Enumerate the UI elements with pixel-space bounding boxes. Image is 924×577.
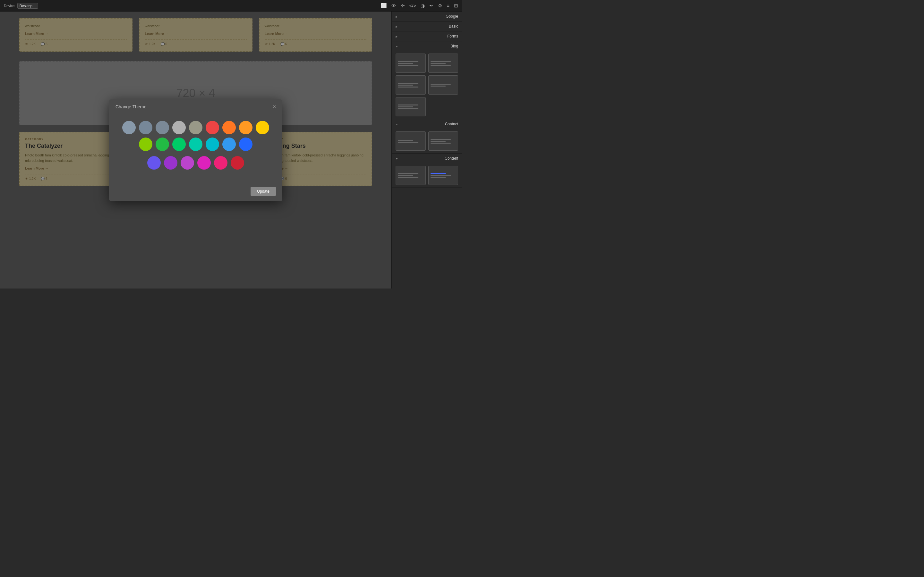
color-swatches-row-1: [115, 121, 276, 151]
apps-icon[interactable]: ⊞: [454, 3, 458, 9]
contact-thumbnails: [392, 129, 462, 153]
thumb-line: [431, 61, 451, 62]
color-swatch-blue[interactable]: [239, 137, 252, 151]
blog-thumb-2[interactable]: [428, 53, 459, 73]
thumb-line: [398, 173, 418, 174]
sidebar-section-blog-header[interactable]: Blog: [392, 41, 462, 51]
contact-thumb-2[interactable]: [428, 131, 459, 151]
content-thumb-1[interactable]: [396, 166, 426, 185]
thumb-line: [398, 142, 418, 143]
color-swatch-red[interactable]: [206, 121, 219, 134]
toolbar: Device Desktop Tablet Mobile ⬜ 👁 ✛ </> ◑…: [0, 0, 462, 11]
color-swatch-indigo[interactable]: [147, 156, 161, 169]
contact-thumb-1[interactable]: [396, 131, 426, 151]
sidebar-section-google-header[interactable]: Google: [392, 11, 462, 21]
thumb-line: [398, 175, 413, 176]
color-swatch-gray-blue[interactable]: [156, 121, 169, 134]
blog-thumb-1[interactable]: [396, 53, 426, 73]
color-swatch-teal[interactable]: [189, 137, 202, 151]
sidebar-section-contact: Contact: [392, 119, 462, 153]
device-label: Device: [4, 4, 15, 8]
eye-icon[interactable]: 👁: [391, 3, 396, 8]
modal-header: Change Theme ×: [109, 99, 282, 113]
grid-icon[interactable]: ✛: [401, 3, 405, 9]
color-swatch-violet[interactable]: [181, 156, 194, 169]
menu-icon[interactable]: ≡: [447, 3, 449, 8]
color-swatch-magenta[interactable]: [197, 156, 211, 169]
thumb-line: [398, 140, 413, 141]
thumb-line: [431, 65, 451, 66]
blog-thumb-4[interactable]: [428, 75, 459, 95]
content-thumb-2[interactable]: [428, 166, 459, 185]
color-swatch-sky[interactable]: [222, 137, 236, 151]
color-swatch-purple[interactable]: [164, 156, 178, 169]
thumb-line: [398, 177, 418, 178]
sidebar-section-content-header[interactable]: Content: [392, 153, 462, 163]
pen-icon[interactable]: ✒: [429, 3, 433, 9]
thumb-line: [431, 141, 446, 142]
blog-arrow-icon: [396, 45, 398, 48]
device-select[interactable]: Desktop Tablet Mobile: [17, 3, 38, 9]
sidebar-section-blog: Blog: [392, 41, 462, 119]
forms-arrow-icon: [396, 35, 397, 38]
blog-thumb-3[interactable]: [396, 75, 426, 95]
thumb-line: [431, 85, 446, 87]
color-swatches-row-2: [115, 156, 276, 169]
main-layout: waistcoat. Learn More → 👁 1.2K 💬 6 waist…: [0, 11, 462, 288]
basic-label: Basic: [449, 24, 458, 29]
thumb-line: [431, 143, 451, 143]
contrast-icon[interactable]: ◑: [421, 3, 425, 9]
thumb-line: [398, 65, 418, 66]
content-thumbnails: [392, 163, 462, 187]
color-swatch-blue-medium[interactable]: [139, 121, 152, 134]
google-arrow-icon: [396, 15, 397, 18]
contact-arrow-icon: [396, 122, 398, 126]
sidebar-section-contact-header[interactable]: Contact: [392, 119, 462, 129]
color-swatch-pink[interactable]: [214, 156, 228, 169]
sidebar-section-basic-header[interactable]: Basic: [392, 21, 462, 31]
modal-close-button[interactable]: ×: [273, 104, 276, 110]
color-swatch-warm-gray[interactable]: [189, 121, 202, 134]
thumb-line: [431, 139, 451, 140]
modal-overlay[interactable]: Change Theme ×: [0, 11, 391, 288]
modal-footer: Update: [109, 184, 282, 201]
blog-label: Blog: [451, 44, 458, 48]
color-swatch-emerald[interactable]: [172, 137, 186, 151]
color-swatch-orange[interactable]: [222, 121, 236, 134]
thumb-line: [398, 105, 418, 105]
content-arrow-icon: [396, 157, 398, 160]
color-swatch-cyan[interactable]: [206, 137, 219, 151]
color-swatch-amber[interactable]: [239, 121, 252, 134]
thumb-line: [398, 83, 418, 84]
thumb-line: [398, 63, 413, 64]
color-swatch-crimson[interactable]: [231, 156, 244, 169]
right-sidebar: Google Basic Forms Blog: [391, 11, 462, 288]
color-swatch-blue-light[interactable]: [122, 121, 136, 134]
basic-arrow-icon: [396, 25, 397, 28]
thumb-line: [431, 63, 446, 64]
forms-label: Forms: [447, 34, 458, 39]
content-label: Content: [445, 156, 458, 161]
thumb-line: [398, 106, 413, 107]
sidebar-section-google: Google: [392, 11, 462, 21]
gear-icon[interactable]: ⚙: [438, 3, 442, 9]
thumb-line: [398, 61, 418, 62]
thumb-line: [431, 175, 451, 176]
thumb-line: [431, 177, 446, 178]
blog-thumb-5[interactable]: [396, 97, 426, 116]
color-swatch-green[interactable]: [156, 137, 169, 151]
thumb-line: [431, 173, 446, 174]
canvas-area: waistcoat. Learn More → 👁 1.2K 💬 6 waist…: [0, 11, 391, 288]
color-swatch-lime[interactable]: [139, 137, 152, 151]
change-theme-modal: Change Theme ×: [109, 99, 282, 201]
thumb-line: [398, 87, 418, 87]
thumb-line: [431, 84, 451, 85]
sidebar-section-forms-header[interactable]: Forms: [392, 31, 462, 41]
color-swatch-light-gray[interactable]: [172, 121, 186, 134]
blog-thumbnails: [392, 51, 462, 119]
color-swatch-yellow[interactable]: [256, 121, 269, 134]
update-button[interactable]: Update: [250, 187, 276, 196]
modal-body: [109, 113, 282, 184]
monitor-icon[interactable]: ⬜: [381, 3, 387, 9]
code-icon[interactable]: </>: [409, 3, 417, 8]
